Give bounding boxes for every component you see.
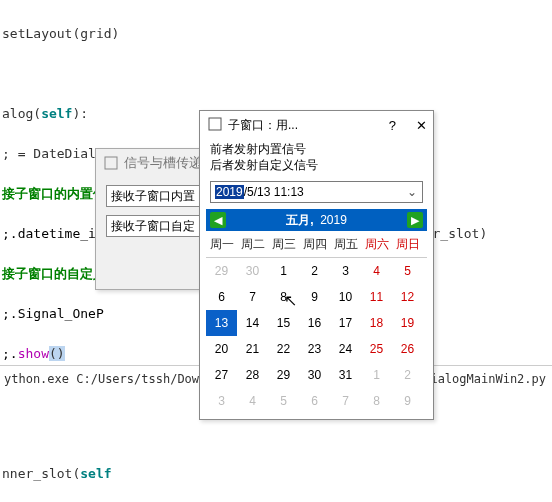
calendar-day[interactable]: 4 bbox=[237, 388, 268, 414]
datetime-selected-year: 2019 bbox=[215, 185, 244, 199]
calendar-day[interactable]: 5 bbox=[268, 388, 299, 414]
dialog-hint: 前者发射内置信号 后者发射自定义信号 bbox=[200, 139, 433, 177]
calendar-day[interactable]: 9 bbox=[392, 388, 423, 414]
calendar-dow-row: 周一周二周三周四周五周六周日 bbox=[206, 231, 427, 258]
calendar-day[interactable]: 5 bbox=[392, 258, 423, 284]
child-dialog-title: 子窗口：用... bbox=[228, 117, 298, 134]
prev-month-button[interactable]: ◀ bbox=[210, 212, 226, 228]
calendar-day[interactable]: 6 bbox=[299, 388, 330, 414]
calendar-dow: 周六 bbox=[361, 231, 392, 257]
calendar-day[interactable]: 2 bbox=[392, 362, 423, 388]
calendar-day[interactable]: 6 bbox=[206, 284, 237, 310]
calendar-day[interactable]: 9 bbox=[299, 284, 330, 310]
help-icon[interactable]: ? bbox=[389, 118, 396, 133]
child-dialog-titlebar[interactable]: 子窗口：用... ? ✕ bbox=[200, 111, 433, 139]
calendar-day[interactable]: 20 bbox=[206, 336, 237, 362]
calendar-dow: 周三 bbox=[268, 231, 299, 257]
dropdown-icon[interactable]: ⌄ bbox=[404, 185, 420, 199]
calendar-day[interactable]: 29 bbox=[268, 362, 299, 388]
child-dialog: 子窗口：用... ? ✕ 前者发射内置信号 后者发射自定义信号 2019/5/1… bbox=[199, 110, 434, 420]
calendar-day[interactable]: 29 bbox=[206, 258, 237, 284]
calendar-day[interactable]: 13 bbox=[206, 310, 237, 336]
svg-rect-1 bbox=[209, 118, 221, 130]
next-month-button[interactable]: ▶ bbox=[407, 212, 423, 228]
calendar-day[interactable]: 24 bbox=[330, 336, 361, 362]
calendar-day[interactable]: 17 bbox=[330, 310, 361, 336]
calendar-dow: 周五 bbox=[330, 231, 361, 257]
calendar-day[interactable]: 12 bbox=[392, 284, 423, 310]
svg-rect-0 bbox=[105, 157, 117, 169]
calendar-day[interactable]: 8 bbox=[361, 388, 392, 414]
calendar-day[interactable]: 23 bbox=[299, 336, 330, 362]
calendar-day[interactable]: 30 bbox=[237, 258, 268, 284]
calendar-day[interactable]: 4 bbox=[361, 258, 392, 284]
datetime-edit[interactable]: 2019/5/13 11:13 ⌄ bbox=[210, 181, 423, 203]
calendar-day[interactable]: 1 bbox=[361, 362, 392, 388]
calendar-dow: 周四 bbox=[299, 231, 330, 257]
calendar-day[interactable]: 10 bbox=[330, 284, 361, 310]
calendar-dow: 周日 bbox=[392, 231, 423, 257]
parent-window-title: 信号与槽传递 bbox=[124, 154, 202, 172]
close-icon[interactable]: ✕ bbox=[416, 118, 427, 133]
calendar-day[interactable]: 14 bbox=[237, 310, 268, 336]
calendar-day[interactable]: 3 bbox=[330, 258, 361, 284]
calendar-day[interactable]: 27 bbox=[206, 362, 237, 388]
calendar-day[interactable]: 16 bbox=[299, 310, 330, 336]
calendar: ◀ 五月, 2019 ▶ 周一周二周三周四周五周六周日 293012345678… bbox=[206, 209, 427, 414]
calendar-day[interactable]: 19 bbox=[392, 310, 423, 336]
calendar-day[interactable]: 11 bbox=[361, 284, 392, 310]
calendar-day[interactable]: 7 bbox=[330, 388, 361, 414]
calendar-dow: 周二 bbox=[237, 231, 268, 257]
calendar-day[interactable]: 18 bbox=[361, 310, 392, 336]
calendar-day[interactable]: 7 bbox=[237, 284, 268, 310]
window-icon bbox=[104, 156, 118, 170]
window-icon bbox=[208, 117, 222, 134]
calendar-day[interactable]: 22 bbox=[268, 336, 299, 362]
calendar-day[interactable]: 25 bbox=[361, 336, 392, 362]
calendar-day[interactable]: 31 bbox=[330, 362, 361, 388]
calendar-header: ◀ 五月, 2019 ▶ bbox=[206, 209, 427, 231]
calendar-day[interactable]: 21 bbox=[237, 336, 268, 362]
calendar-day[interactable]: 30 bbox=[299, 362, 330, 388]
calendar-dow: 周一 bbox=[206, 231, 237, 257]
calendar-day[interactable]: 2 bbox=[299, 258, 330, 284]
calendar-day[interactable]: 8 bbox=[268, 284, 299, 310]
lineedit-emit[interactable]: 接收子窗口自定 bbox=[106, 215, 204, 237]
calendar-day[interactable]: 1 bbox=[268, 258, 299, 284]
calendar-day[interactable]: 28 bbox=[237, 362, 268, 388]
calendar-day[interactable]: 26 bbox=[392, 336, 423, 362]
calendar-grid: 2930123456789101112131415161718192021222… bbox=[206, 258, 427, 414]
calendar-day[interactable]: 15 bbox=[268, 310, 299, 336]
lineedit-inner[interactable]: 接收子窗口内置 bbox=[106, 185, 204, 207]
calendar-day[interactable]: 3 bbox=[206, 388, 237, 414]
